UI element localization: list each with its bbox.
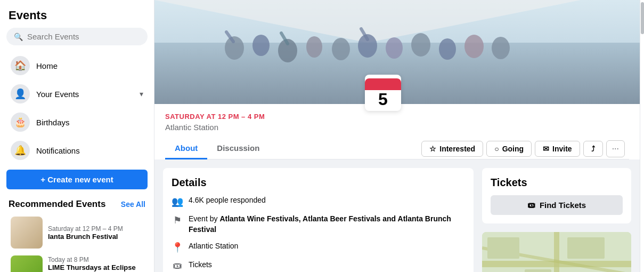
location-icon: 📍 bbox=[172, 242, 183, 253]
svg-point-9 bbox=[386, 37, 403, 59]
detail-row-tickets: 🎟 Tickets bbox=[172, 260, 465, 271]
sidebar-item-birthdays[interactable]: 🎂 Birthdays bbox=[4, 108, 150, 136]
sidebar-label-your-events: Your Events bbox=[36, 90, 133, 99]
details-title: Details bbox=[172, 177, 465, 189]
badge-day-number: 5 bbox=[378, 90, 388, 111]
search-box[interactable]: 🔍 bbox=[6, 28, 148, 45]
scrollbar-thumb[interactable] bbox=[641, 2, 644, 34]
svg-point-12 bbox=[464, 35, 484, 58]
people-icon: 👥 bbox=[172, 196, 183, 207]
home-icon: 🏠 bbox=[11, 56, 30, 75]
birthdays-icon: 🎂 bbox=[11, 113, 30, 132]
map-svg bbox=[482, 232, 631, 272]
detail-row-location: 📍 Atlantic Station bbox=[172, 241, 465, 253]
svg-point-10 bbox=[411, 33, 430, 57]
detail-row-organizer: ⚑ Event by Atlanta Wine Festivals, Atlan… bbox=[172, 214, 465, 235]
rec-event-2-name: LIME Thursdays at Eclipse Di Luna bbox=[48, 263, 143, 272]
ellipsis-icon: ··· bbox=[612, 144, 619, 153]
tab-actions: ☆ Interested ○ Going ✉ Invite ⤴ ··· bbox=[421, 140, 629, 157]
location-name: Atlantic Station bbox=[189, 241, 238, 252]
svg-point-11 bbox=[439, 38, 456, 60]
svg-point-6 bbox=[306, 36, 322, 58]
find-tickets-button[interactable]: 🎟 Find Tickets bbox=[491, 195, 623, 215]
details-box: Details 👥 4.6K people responded ⚑ Event … bbox=[163, 168, 474, 272]
sidebar-item-your-events[interactable]: 👤 Your Events ▾ bbox=[4, 80, 150, 108]
ticket-btn-icon: 🎟 bbox=[527, 201, 535, 210]
tab-about[interactable]: About bbox=[165, 138, 207, 159]
rec-event-1-thumb bbox=[11, 217, 43, 249]
tickets-label: Tickets bbox=[189, 260, 212, 270]
rec-event-1[interactable]: Saturday at 12 PM – 4 PM lanta Brunch Fe… bbox=[4, 213, 150, 252]
invite-button[interactable]: ✉ Invite bbox=[535, 141, 580, 157]
sidebar-label-notifications: Notifications bbox=[36, 146, 143, 155]
sidebar-item-notifications[interactable]: 🔔 Notifications bbox=[4, 137, 150, 164]
sidebar-label-birthdays: Birthdays bbox=[36, 118, 143, 127]
detail-row-people: 👥 4.6K people responded bbox=[172, 195, 465, 207]
recommended-header: Recommended Events See All bbox=[0, 195, 154, 213]
interested-button[interactable]: ☆ Interested bbox=[421, 141, 483, 157]
rec-event-1-name: lanta Brunch Festival bbox=[48, 233, 143, 241]
map-placeholder bbox=[482, 232, 631, 272]
sidebar: Events 🔍 🏠 Home 👤 Your Events ▾ 🎂 Birthd… bbox=[0, 0, 154, 272]
recommended-title: Recommended Events bbox=[9, 199, 105, 210]
people-responded: 4.6K people responded bbox=[189, 195, 266, 206]
svg-point-4 bbox=[252, 35, 270, 56]
event-time-label: SATURDAY AT 12 PM – 4 PM bbox=[165, 113, 629, 121]
chevron-down-icon: ▾ bbox=[140, 90, 143, 98]
tickets-section-title: Tickets bbox=[491, 177, 623, 189]
going-button[interactable]: ○ Going bbox=[486, 141, 532, 157]
main-content: 5 SATURDAY AT 12 PM – 4 PM Atlantic Stat… bbox=[154, 0, 640, 272]
svg-rect-21 bbox=[487, 237, 519, 259]
create-event-button[interactable]: + Create new event bbox=[6, 170, 148, 189]
content-columns: Details 👥 4.6K people responded ⚑ Event … bbox=[154, 159, 640, 272]
rec-event-2-date: Today at 8 PM bbox=[48, 256, 143, 263]
tab-discussion[interactable]: Discussion bbox=[207, 138, 269, 159]
svg-point-13 bbox=[492, 37, 510, 59]
right-column: Tickets 🎟 Find Tickets bbox=[482, 168, 631, 272]
see-all-link[interactable]: See All bbox=[121, 200, 145, 209]
check-circle-icon: ○ bbox=[494, 145, 499, 153]
event-by-label: Event by bbox=[189, 214, 219, 223]
organizer-info: Event by Atlanta Wine Festivals, Atlanta… bbox=[189, 214, 465, 235]
sidebar-item-home[interactable]: 🏠 Home bbox=[4, 52, 150, 79]
badge-red-strip bbox=[365, 78, 401, 90]
scrollbar[interactable] bbox=[640, 0, 644, 272]
share-button[interactable]: ⤴ bbox=[583, 141, 603, 157]
sidebar-title: Events bbox=[0, 6, 154, 28]
search-input[interactable] bbox=[27, 32, 140, 41]
search-icon: 🔍 bbox=[14, 33, 23, 41]
invite-icon: ✉ bbox=[543, 145, 549, 153]
share-icon: ⤴ bbox=[591, 145, 595, 153]
organizer-names: Atlanta Wine Festivals, Atlanta Beer Fes… bbox=[189, 214, 451, 234]
more-options-button[interactable]: ··· bbox=[606, 140, 625, 157]
star-icon: ☆ bbox=[429, 145, 436, 153]
rec-event-1-date: Saturday at 12 PM – 4 PM bbox=[48, 225, 143, 233]
svg-point-3 bbox=[225, 36, 244, 60]
svg-point-7 bbox=[332, 38, 350, 60]
rec-event-2-thumb bbox=[11, 255, 43, 272]
left-column: Details 👥 4.6K people responded ⚑ Event … bbox=[163, 168, 474, 272]
ticket-icon: 🎟 bbox=[172, 260, 183, 271]
event-venue: Atlantic Station bbox=[165, 123, 629, 132]
event-tabs-row: About Discussion ☆ Interested ○ Going ✉ … bbox=[165, 138, 629, 159]
your-events-icon: 👤 bbox=[11, 84, 30, 103]
svg-rect-22 bbox=[525, 269, 551, 272]
notifications-icon: 🔔 bbox=[11, 141, 30, 160]
flag-icon: ⚑ bbox=[172, 214, 183, 226]
event-details-section: SATURDAY AT 12 PM – 4 PM Atlantic Statio… bbox=[154, 104, 640, 159]
event-date-badge: 5 bbox=[365, 75, 401, 111]
svg-rect-23 bbox=[567, 237, 605, 259]
sidebar-label-home: Home bbox=[36, 61, 143, 70]
rec-event-2[interactable]: Today at 8 PM LIME Thursdays at Eclipse … bbox=[4, 252, 150, 272]
tickets-box: Tickets 🎟 Find Tickets bbox=[482, 168, 631, 223]
